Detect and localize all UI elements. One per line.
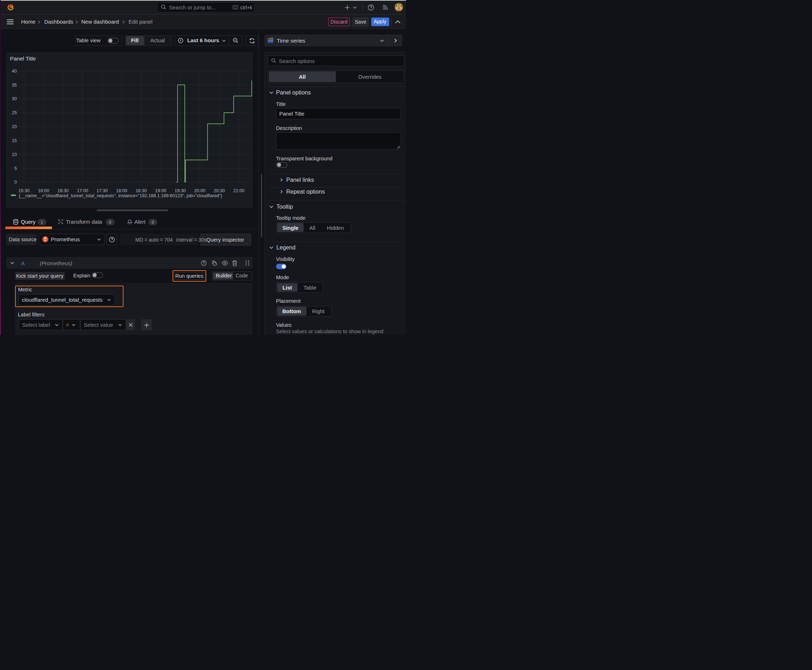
svg-text:16:30: 16:30 [58, 188, 69, 193]
svg-text:17:30: 17:30 [97, 188, 108, 193]
svg-text:18:00: 18:00 [116, 188, 127, 193]
svg-text:40: 40 [12, 69, 17, 74]
svg-text:20:00: 20:00 [194, 188, 205, 193]
svg-text:21:00: 21:00 [234, 188, 244, 193]
svg-text:16:00: 16:00 [38, 188, 49, 193]
svg-text:25: 25 [12, 110, 17, 115]
svg-text:0: 0 [14, 180, 17, 185]
svg-text:10: 10 [12, 152, 17, 157]
svg-text:19:00: 19:00 [155, 188, 166, 193]
svg-text:17:00: 17:00 [77, 188, 88, 193]
svg-text:15: 15 [12, 138, 17, 143]
svg-text:19:30: 19:30 [175, 188, 186, 193]
svg-text:18:30: 18:30 [136, 188, 147, 193]
svg-text:{__name__="cloudflared_tunnel_: {__name__="cloudflared_tunnel_total_requ… [19, 193, 223, 198]
svg-text:5: 5 [14, 166, 17, 171]
svg-text:15:30: 15:30 [19, 188, 30, 193]
svg-text:20:30: 20:30 [214, 188, 225, 193]
svg-text:30: 30 [12, 96, 17, 101]
svg-text:20: 20 [12, 124, 17, 129]
svg-text:35: 35 [12, 83, 17, 88]
